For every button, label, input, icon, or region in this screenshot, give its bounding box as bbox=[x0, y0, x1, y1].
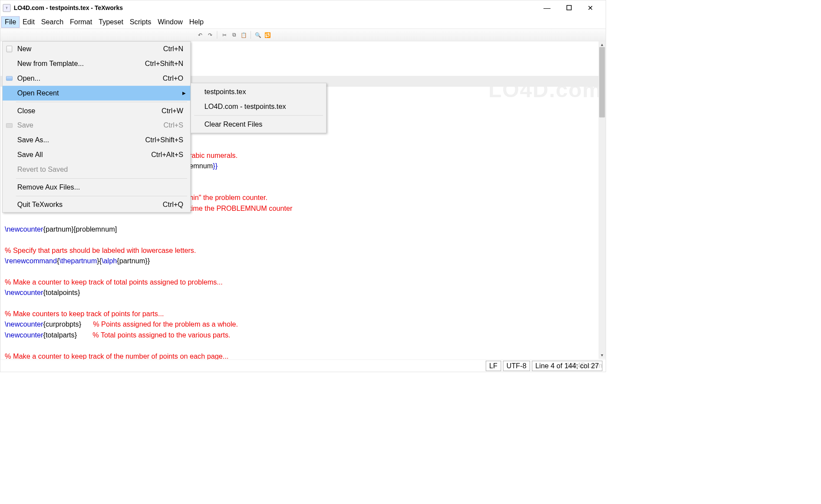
toolbar-separator bbox=[217, 31, 218, 39]
toolbar: ↶↷✂⧉📋🔍🔁 bbox=[0, 29, 606, 42]
menu-separator bbox=[194, 115, 323, 116]
scroll-down-icon[interactable]: ▼ bbox=[600, 352, 604, 359]
menu-file[interactable]: File bbox=[2, 16, 20, 27]
app-icon: T bbox=[3, 4, 11, 12]
file-menu-new[interactable]: NewCtrl+N bbox=[3, 42, 190, 56]
maximize-button[interactable] bbox=[567, 4, 572, 12]
statusbar: LF UTF-8 Line 4 of 144; col 27 bbox=[0, 360, 606, 372]
submenu-arrow-icon: ▶ bbox=[182, 91, 190, 96]
menu-help[interactable]: Help bbox=[186, 16, 207, 27]
editor-line[interactable]: % Specify that parts should be labeled w… bbox=[5, 245, 601, 255]
menu-item-shortcut: Ctrl+S bbox=[164, 121, 191, 130]
doc-icon bbox=[3, 46, 16, 52]
redo-button[interactable]: ↷ bbox=[206, 31, 214, 39]
window-title: LO4D.com - testpoints.tex - TeXworks bbox=[14, 4, 123, 11]
menu-item-label: Open Recent bbox=[16, 89, 182, 97]
editor-line[interactable] bbox=[5, 298, 601, 308]
undo-button[interactable]: ↶ bbox=[196, 31, 204, 39]
editor-line[interactable]: \newcounter{totalpoints} bbox=[5, 288, 601, 298]
menu-item-shortcut: Ctrl+Shift+N bbox=[145, 59, 191, 68]
open-recent-submenu: testpoints.texLO4D.com - testpoints.texC… bbox=[191, 83, 326, 133]
recent-clear-recent-files[interactable]: Clear Recent Files bbox=[191, 117, 326, 131]
editor-line[interactable]: \newcounter{totalparts} % Total points a… bbox=[5, 330, 601, 340]
menu-item-shortcut: Ctrl+N bbox=[163, 45, 191, 53]
file-menu-remove-aux-files[interactable]: Remove Aux Files... bbox=[3, 180, 190, 195]
window-controls: — ✕ bbox=[544, 4, 603, 12]
vertical-scrollbar[interactable]: ▲ ▼ bbox=[599, 41, 606, 359]
menu-item-label: Save As... bbox=[16, 136, 145, 144]
file-menu-save: SaveCtrl+S bbox=[3, 118, 190, 133]
recent-testpoints-tex[interactable]: testpoints.tex bbox=[191, 85, 326, 99]
menu-item-label: Remove Aux Files... bbox=[16, 183, 190, 191]
editor-line[interactable] bbox=[5, 235, 601, 245]
find-button[interactable]: 🔍 bbox=[254, 31, 262, 39]
file-menu-open-recent[interactable]: Open Recent▶ bbox=[3, 86, 190, 101]
editor-line[interactable] bbox=[5, 213, 601, 224]
minimize-button[interactable]: — bbox=[544, 4, 551, 12]
menu-search[interactable]: Search bbox=[38, 16, 66, 27]
editor-line[interactable] bbox=[5, 340, 601, 350]
menu-item-label: Open... bbox=[16, 74, 163, 82]
menubar: FileEditSearchFormatTypesetScriptsWindow… bbox=[0, 16, 606, 29]
file-menu-open[interactable]: Open...Ctrl+O bbox=[3, 71, 190, 86]
file-menu-revert-to-saved: Revert to Saved bbox=[3, 162, 190, 177]
menu-separator bbox=[16, 196, 187, 196]
menu-item-label: New bbox=[16, 45, 163, 53]
menu-item-label: Save All bbox=[16, 151, 151, 159]
menu-item-label: Close bbox=[16, 107, 162, 115]
editor-line[interactable]: % Make a counter to keep track of total … bbox=[5, 277, 601, 287]
copy-button[interactable]: ⧉ bbox=[230, 31, 238, 39]
status-line-ending[interactable]: LF bbox=[486, 360, 501, 371]
menu-separator bbox=[16, 178, 187, 179]
editor-line[interactable]: % Make counters to keep track of points … bbox=[5, 308, 601, 319]
toolbar-separator bbox=[251, 31, 251, 39]
replace-button[interactable]: 🔁 bbox=[264, 31, 271, 39]
paste-button[interactable]: 📋 bbox=[240, 31, 247, 39]
file-menu-save-as[interactable]: Save As...Ctrl+Shift+S bbox=[3, 133, 190, 147]
menu-typeset[interactable]: Typeset bbox=[96, 16, 127, 27]
app-window: T LO4D.com - testpoints.tex - TeXworks —… bbox=[0, 0, 606, 372]
menu-edit[interactable]: Edit bbox=[20, 16, 38, 27]
status-encoding[interactable]: UTF-8 bbox=[503, 360, 530, 371]
file-menu-dropdown: NewCtrl+NNew from Template...Ctrl+Shift+… bbox=[2, 41, 191, 213]
menu-separator bbox=[16, 102, 187, 102]
scroll-thumb[interactable] bbox=[599, 47, 605, 117]
menu-item-label: New from Template... bbox=[16, 59, 145, 68]
file-menu-save-all[interactable]: Save AllCtrl+Alt+S bbox=[3, 147, 190, 162]
menu-scripts[interactable]: Scripts bbox=[126, 16, 154, 27]
editor-line[interactable]: % Make a counter to keep track of the nu… bbox=[5, 351, 601, 360]
menu-item-shortcut: Ctrl+W bbox=[162, 107, 190, 115]
menu-window[interactable]: Window bbox=[155, 16, 186, 27]
editor-line[interactable] bbox=[5, 266, 601, 277]
file-menu-close[interactable]: CloseCtrl+W bbox=[3, 103, 190, 118]
recent-lo4d-com-testpoints-tex[interactable]: LO4D.com - testpoints.tex bbox=[191, 99, 326, 114]
editor-line[interactable]: \newcounter{partnum}[problemnum] bbox=[5, 224, 601, 235]
editor-line[interactable]: \renewcommand{\thepartnum}{\alph{partnum… bbox=[5, 256, 601, 266]
open-icon bbox=[3, 76, 16, 81]
save-icon bbox=[3, 123, 16, 128]
menu-item-label: Revert to Saved bbox=[16, 166, 190, 174]
menu-item-shortcut: Ctrl+Q bbox=[163, 201, 191, 209]
watermark-small: LO4D.com bbox=[567, 361, 602, 370]
menu-item-shortcut: Ctrl+Shift+S bbox=[145, 136, 191, 144]
menu-item-label: Save bbox=[16, 121, 164, 130]
menu-format[interactable]: Format bbox=[67, 16, 96, 27]
file-menu-new-from-template[interactable]: New from Template...Ctrl+Shift+N bbox=[3, 56, 190, 71]
cut-button[interactable]: ✂ bbox=[221, 31, 228, 39]
editor-line[interactable]: \newcounter{curprobpts} % Points assigne… bbox=[5, 319, 601, 330]
menu-item-shortcut: Ctrl+O bbox=[163, 74, 191, 82]
titlebar: T LO4D.com - testpoints.tex - TeXworks —… bbox=[0, 0, 606, 16]
close-button[interactable]: ✕ bbox=[587, 4, 593, 12]
menu-item-label: Quit TeXworks bbox=[16, 201, 163, 209]
file-menu-quit-texworks[interactable]: Quit TeXworksCtrl+Q bbox=[3, 197, 190, 212]
menu-item-shortcut: Ctrl+Alt+S bbox=[151, 151, 190, 159]
